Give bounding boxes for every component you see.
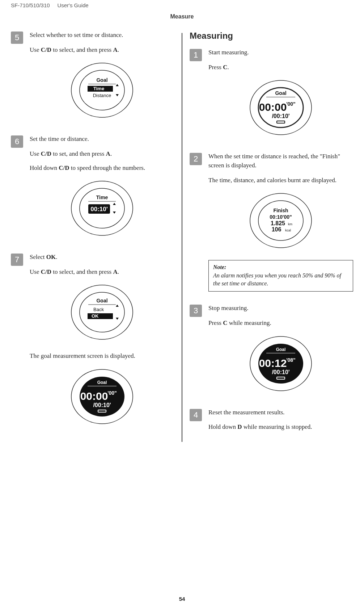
- svg-text:/00:10': /00:10': [272, 113, 289, 119]
- step-number-badge: 4: [190, 409, 202, 421]
- svg-text:Goal: Goal: [96, 298, 107, 304]
- doc-header: SF-710/510/310 User's Guide: [11, 0, 353, 10]
- left-column: 5 Select whether to set time or distance…: [11, 31, 174, 442]
- step-7-lead: Select OK.: [30, 253, 174, 262]
- step-6: 6 Set the time or distance. Use C/D to s…: [11, 135, 174, 248]
- watch-goal-measure-start: Goal 00:00 '00" /00:10': [69, 366, 135, 429]
- doc-type: User's Guide: [57, 2, 88, 8]
- step-5-line2: Use C/D to select, and then press A.: [30, 46, 174, 55]
- note-box: Note: An alarm notifies you when you rea…: [208, 260, 353, 292]
- note-text: An alarm notifies you when you reach 50%…: [213, 272, 341, 286]
- svg-text:00:10': 00:10': [90, 206, 108, 213]
- step-1-line2: Press C.: [208, 63, 353, 72]
- svg-rect-55: [277, 377, 284, 379]
- svg-text:'00": '00": [107, 390, 117, 396]
- step-6-line3: Hold down C/D to speed through the numbe…: [30, 164, 174, 173]
- svg-text:Goal: Goal: [275, 90, 286, 96]
- step-7-line2: Use C/D to select, and then press A.: [30, 268, 174, 277]
- svg-text:/00:10': /00:10': [93, 402, 111, 408]
- svg-text:Distance: Distance: [93, 93, 111, 98]
- measuring-heading: Measuring: [190, 31, 353, 41]
- svg-text:00:00: 00:00: [80, 390, 108, 402]
- step-7-after: The goal measurement screen is displayed…: [30, 352, 174, 361]
- svg-text:/00:10': /00:10': [272, 369, 289, 375]
- svg-rect-29: [98, 410, 106, 412]
- step-4-lead: Reset the measurement results.: [208, 408, 353, 417]
- svg-text:Finish: Finish: [273, 208, 288, 213]
- watch-time-set: Time 00:10': [69, 177, 135, 240]
- step-3: 3 Stop measuring. Press C while measurin…: [190, 304, 353, 403]
- step-7: 7 Select OK. Use C/D to select, and then…: [11, 253, 174, 436]
- step-5: 5 Select whether to set time or distance…: [11, 31, 174, 130]
- svg-text:Goal: Goal: [96, 77, 107, 83]
- step-number-badge: 7: [11, 254, 23, 266]
- page-number: 54: [0, 596, 364, 602]
- right-column: Measuring 1 Start measuring. Press C.: [190, 31, 353, 442]
- svg-text:OK: OK: [92, 313, 99, 319]
- svg-text:Time: Time: [93, 86, 104, 91]
- step-5-lead: Select whether to set time or distance.: [30, 31, 174, 40]
- svg-text:'08": '08": [286, 357, 296, 363]
- step-3-line2: Press C while measuring.: [208, 319, 353, 328]
- step-number-badge: 1: [190, 49, 202, 61]
- step-number-badge: 6: [11, 135, 23, 148]
- section-title: Measure: [11, 10, 353, 31]
- svg-text:00:12: 00:12: [259, 357, 287, 369]
- svg-text:106: 106: [272, 226, 282, 233]
- svg-text:Goal: Goal: [276, 347, 286, 352]
- step-number-badge: 2: [190, 153, 202, 165]
- svg-text:kcal: kcal: [285, 229, 291, 232]
- step-4: 4 Reset the measurement results. Hold do…: [190, 408, 353, 437]
- step-2-lead: When the set time or distance is reached…: [208, 152, 353, 170]
- step-6-lead: Set the time or distance.: [30, 135, 174, 144]
- svg-text:00:00: 00:00: [259, 101, 287, 113]
- svg-text:Back: Back: [93, 307, 104, 312]
- column-divider: [182, 33, 182, 442]
- step-6-line2: Use C/D to set, and then press A.: [30, 150, 174, 159]
- note-label: Note:: [213, 263, 348, 271]
- step-2: 2 When the set time or distance is reach…: [190, 152, 353, 299]
- svg-text:Goal: Goal: [97, 380, 107, 385]
- svg-text:00:10'00": 00:10'00": [270, 214, 292, 220]
- svg-text:Time: Time: [96, 194, 108, 200]
- svg-text:'00": '00": [286, 101, 296, 107]
- watch-goal-confirm: Goal Back OK: [69, 281, 135, 344]
- model-name: SF-710/510/310: [11, 2, 50, 8]
- step-2-line2: The time, distance, and calories burnt a…: [208, 176, 353, 185]
- watch-goal-select: Goal Time Distance: [69, 59, 135, 122]
- step-number-badge: 3: [190, 305, 202, 317]
- svg-text:km: km: [288, 222, 292, 226]
- svg-text:1.825: 1.825: [271, 220, 285, 226]
- step-1-lead: Start measuring.: [208, 48, 353, 57]
- step-4-line2: Hold down D while measuring is stopped.: [208, 423, 353, 432]
- step-1: 1 Start measuring. Press C. Goal: [190, 48, 353, 147]
- step-3-lead: Stop measuring.: [208, 304, 353, 313]
- watch-goal-running-white: Goal 00:00 '00" /00:10': [248, 77, 313, 140]
- svg-rect-38: [277, 121, 284, 123]
- step-number-badge: 5: [11, 32, 23, 44]
- watch-finish: Finish 00:10'00" 1.825 km 106 kcal: [248, 190, 313, 253]
- watch-goal-stopped: Goal 00:12 '08" /00:10': [248, 333, 313, 396]
